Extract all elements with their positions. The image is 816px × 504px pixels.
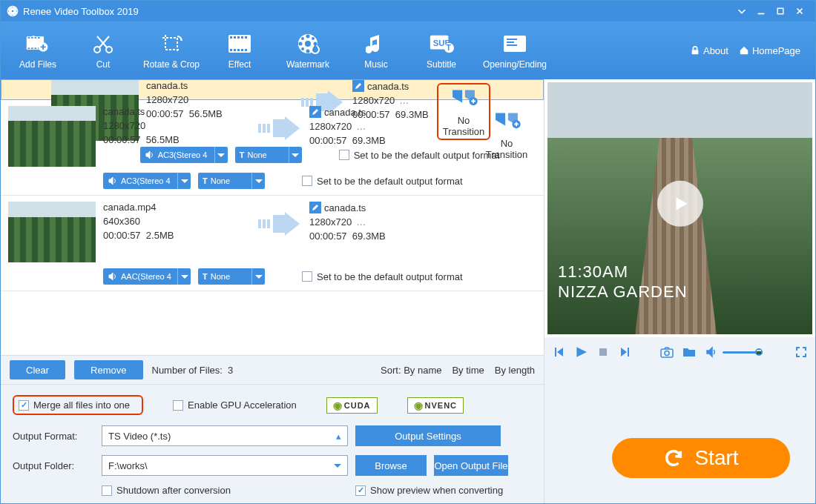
- watermark-icon: [295, 31, 320, 56]
- add-files-icon: [25, 31, 50, 56]
- window-maximize-button[interactable]: [771, 4, 790, 19]
- homepage-link[interactable]: HomePage: [739, 45, 800, 56]
- volume-button[interactable]: [705, 345, 718, 359]
- file-item[interactable]: canada.ts 1280x720 00:00:57 56.5MB canad…: [1, 79, 544, 100]
- subtitle-icon: SUBT: [429, 31, 454, 56]
- preview-play-button[interactable]: [657, 181, 703, 227]
- svg-rect-48: [507, 39, 517, 40]
- output-settings-button[interactable]: Output Settings: [355, 425, 501, 446]
- audio-codec-chip[interactable]: AC3(Stereo 4: [103, 173, 191, 189]
- audio-dropdown[interactable]: [177, 173, 191, 189]
- app-title: Renee Video Toolbox 2019: [23, 6, 139, 17]
- rotate-crop-button[interactable]: Rotate & Crop: [136, 21, 207, 79]
- music-icon: [363, 31, 389, 56]
- clear-button[interactable]: Clear: [10, 360, 65, 379]
- subtitle-dropdown[interactable]: [251, 173, 265, 189]
- file-count-label: Number of Files: 3: [152, 365, 234, 376]
- dest-resolution: 1280x720…: [309, 121, 450, 132]
- svg-rect-24: [237, 36, 240, 39]
- play-button[interactable]: [574, 345, 588, 359]
- subtitle-dropdown[interactable]: [251, 268, 265, 285]
- list-toolbar: Clear Remove Number of Files: 3 Sort: By…: [1, 355, 544, 385]
- browse-button[interactable]: Browse: [355, 455, 427, 476]
- audio-codec-chip[interactable]: AAC(Stereo 4: [103, 268, 191, 285]
- gpu-accel-checkbox[interactable]: Enable GPU Acceleration: [173, 399, 297, 411]
- edit-icon[interactable]: [309, 106, 321, 118]
- remove-button[interactable]: Remove: [74, 360, 142, 379]
- stop-button[interactable]: [596, 345, 610, 359]
- play-icon: [671, 194, 690, 213]
- svg-point-40: [301, 47, 304, 50]
- shutdown-checkbox[interactable]: Shutdown after conversion: [102, 485, 348, 496]
- snapshot-button[interactable]: [660, 345, 674, 359]
- sort-by-time[interactable]: By time: [452, 365, 484, 376]
- file-item[interactable]: canada.ts 1280x720 00:00:57 56.5MB canad…: [1, 100, 544, 196]
- svg-rect-58: [267, 124, 270, 133]
- subtitle-chip[interactable]: TNone: [198, 268, 265, 285]
- dest-filename: canada.ts: [367, 81, 409, 92]
- file-item[interactable]: canada.mp4 640x360 00:00:57 2.5MB canada…: [1, 196, 544, 291]
- output-folder-label: Output Folder:: [13, 460, 94, 471]
- svg-point-35: [306, 50, 310, 53]
- svg-rect-10: [28, 37, 30, 39]
- rotate-label: Rotate & Crop: [143, 59, 200, 70]
- output-options: Merge all files into one Enable GPU Acce…: [1, 385, 544, 503]
- svg-point-3: [12, 14, 14, 16]
- source-filename: canada.mp4: [103, 202, 251, 213]
- add-files-button[interactable]: Add Files: [5, 21, 70, 79]
- default-format-checkbox[interactable]: Set to be the default output format: [302, 271, 463, 282]
- svg-point-4: [7, 10, 10, 13]
- watermark-button[interactable]: Watermark: [272, 21, 343, 79]
- open-output-button[interactable]: Open Output File: [434, 455, 508, 476]
- cut-button[interactable]: Cut: [70, 21, 136, 79]
- main-toolbar: Add Files Cut Rotate & Crop Effect Water…: [1, 21, 815, 79]
- sort-by-length[interactable]: By length: [495, 365, 535, 376]
- svg-point-36: [299, 42, 303, 46]
- shutdown-label: Shutdown after conversion: [116, 485, 231, 496]
- output-format-select[interactable]: TS Video (*.ts) ▴: [102, 425, 348, 446]
- window-minimize-button[interactable]: [751, 4, 771, 19]
- svg-rect-61: [263, 219, 266, 228]
- source-filename: canada.ts: [103, 106, 251, 117]
- svg-rect-63: [599, 348, 607, 356]
- subtitle-chip[interactable]: TNone: [198, 173, 265, 189]
- show-preview-label: Show preview when converting: [370, 485, 503, 496]
- preview-caption: 11:30AM NIZZA GARDEN: [558, 262, 688, 302]
- cut-label: Cut: [96, 59, 111, 70]
- window-close-button[interactable]: [790, 4, 809, 19]
- prev-button[interactable]: [552, 345, 565, 359]
- transition-icon: [450, 86, 478, 107]
- start-button[interactable]: Start: [612, 438, 790, 478]
- scissors-icon: [91, 31, 116, 56]
- default-format-label: Set to be the default output format: [317, 271, 463, 282]
- edit-icon[interactable]: [352, 80, 364, 92]
- window-dropdown-button[interactable]: [732, 4, 751, 19]
- audio-dropdown[interactable]: [177, 268, 191, 285]
- opening-ending-button[interactable]: Opening/Ending: [474, 21, 556, 79]
- crop-icon: [159, 31, 184, 56]
- output-folder-select[interactable]: F:\works\: [102, 455, 348, 476]
- svg-point-39: [312, 37, 315, 40]
- effect-icon: [227, 31, 252, 56]
- fullscreen-button[interactable]: [794, 345, 808, 359]
- music-button[interactable]: Music: [343, 21, 409, 79]
- next-button[interactable]: [619, 345, 632, 359]
- svg-rect-25: [241, 36, 243, 39]
- open-folder-icon[interactable]: [682, 345, 696, 359]
- svg-rect-57: [263, 124, 266, 133]
- effect-button[interactable]: Effect: [207, 21, 272, 79]
- about-link[interactable]: About: [690, 45, 728, 56]
- svg-point-2: [12, 6, 14, 8]
- edit-icon[interactable]: [309, 202, 321, 213]
- show-preview-checkbox[interactable]: Show preview when converting: [355, 485, 503, 496]
- svg-rect-26: [245, 36, 247, 39]
- svg-text:T: T: [447, 44, 452, 52]
- sort-by-name[interactable]: By name: [404, 365, 441, 376]
- subtitle-button[interactable]: SUBT Subtitle: [409, 21, 474, 79]
- volume-slider[interactable]: [723, 351, 763, 354]
- titlebar: Renee Video Toolbox 2019: [1, 1, 815, 21]
- default-format-checkbox[interactable]: Set to be the default output format: [302, 176, 463, 187]
- merge-files-checkbox[interactable]: Merge all files into one: [13, 395, 143, 415]
- svg-rect-16: [35, 47, 37, 49]
- transition-button[interactable]: No Transition: [480, 109, 533, 160]
